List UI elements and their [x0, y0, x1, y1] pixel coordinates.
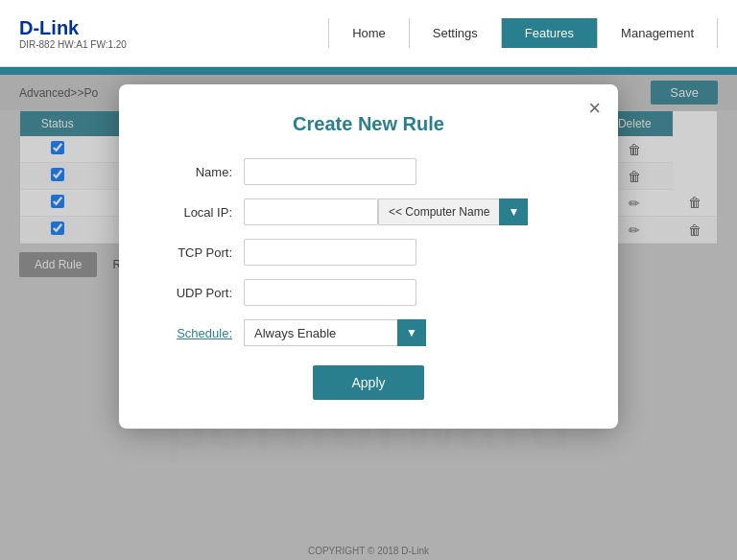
nav-management[interactable]: Management [598, 18, 718, 48]
name-row: Name: [157, 158, 580, 185]
main-content: Advanced>>Po Save Status Edit Delete [0, 75, 737, 560]
schedule-group: Always Enable Never Custom ▼ [244, 319, 426, 346]
apply-button[interactable]: Apply [313, 365, 423, 400]
nav-settings[interactable]: Settings [410, 18, 502, 48]
local-ip-input[interactable] [244, 198, 378, 225]
tcp-port-label: TCP Port: [157, 245, 244, 260]
header: D-Link DIR-882 HW:A1 FW:1.20 Home Settin… [0, 0, 737, 67]
schedule-row: Schedule: Always Enable Never Custom ▼ [157, 319, 580, 346]
name-label: Name: [157, 165, 244, 179]
tcp-port-input[interactable] [244, 239, 416, 266]
blue-bar [0, 67, 737, 75]
schedule-select[interactable]: Always Enable Never Custom [244, 319, 397, 346]
schedule-label[interactable]: Schedule: [157, 326, 244, 340]
schedule-dropdown-arrow[interactable]: ▼ [397, 319, 426, 346]
name-input[interactable] [244, 158, 416, 185]
modal-overlay: Create New Rule × Name: Local IP: << Com… [0, 75, 737, 560]
computer-name-group: << Computer Name ▼ [244, 198, 528, 225]
computer-name-button[interactable]: << Computer Name [378, 198, 499, 225]
local-ip-row: Local IP: << Computer Name ▼ [157, 198, 580, 225]
local-ip-label: Local IP: [157, 205, 244, 220]
logo-text: D-Link [19, 17, 127, 39]
main-nav: Home Settings Features Management [328, 18, 718, 48]
udp-port-label: UDP Port: [157, 286, 244, 300]
udp-port-input[interactable] [244, 279, 416, 306]
nav-home[interactable]: Home [328, 18, 410, 48]
logo-area: D-Link DIR-882 HW:A1 FW:1.20 [19, 17, 127, 50]
tcp-port-row: TCP Port: [157, 239, 580, 266]
modal-title: Create New Rule [157, 113, 580, 135]
modal-close-button[interactable]: × [588, 98, 601, 119]
logo-subtitle: DIR-882 HW:A1 FW:1.20 [19, 39, 127, 50]
nav-features[interactable]: Features [502, 18, 598, 48]
udp-port-row: UDP Port: [157, 279, 580, 306]
computer-name-dropdown-arrow[interactable]: ▼ [499, 198, 528, 225]
create-rule-modal: Create New Rule × Name: Local IP: << Com… [119, 84, 618, 429]
